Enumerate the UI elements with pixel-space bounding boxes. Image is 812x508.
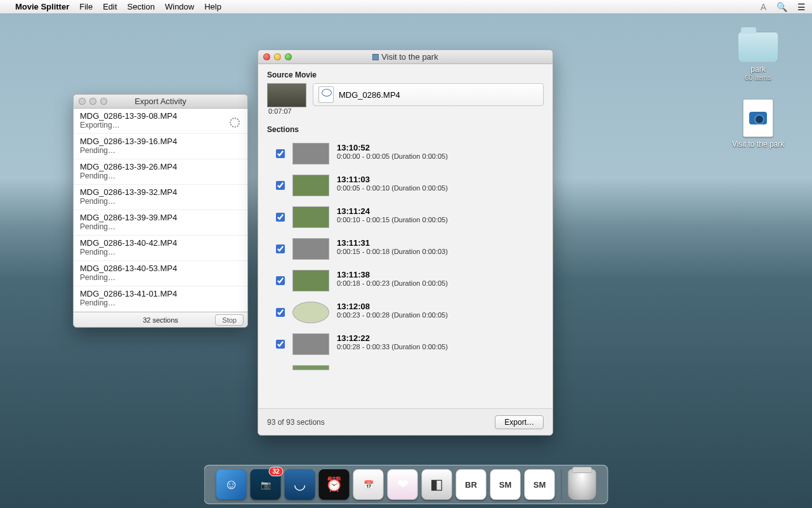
document-proxy-icon[interactable]: [372, 54, 379, 60]
dock-app-pmpro[interactable]: ◧: [422, 469, 452, 500]
export-row[interactable]: MDG_0286-13-40-42.MP4Pending…: [74, 236, 247, 261]
section-checkbox[interactable]: [276, 181, 285, 190]
document-icon: [743, 99, 773, 137]
section-row[interactable]: 13:12:080:00:23 - 0:00:28 (Duration 0:00…: [276, 297, 544, 328]
section-time: 13:11:31: [337, 238, 448, 248]
dock-app-movie-splitter[interactable]: 📷32: [251, 469, 281, 500]
desktop-folder-label: park: [723, 65, 793, 74]
export-list[interactable]: MDG_0286-13-39-08.MP4Exporting…MDG_0286-…: [74, 109, 247, 312]
export-filename: MDG_0286-13-39-32.MP4: [80, 187, 241, 197]
source-duration: 0:07:07: [267, 107, 306, 115]
section-row[interactable]: 13:11:240:00:10 - 0:00:15 (Duration 0:00…: [276, 201, 544, 233]
sections-list[interactable]: 13:10:520:00:00 - 0:00:05 (Duration 0:00…: [258, 138, 553, 408]
export-row[interactable]: MDG_0286-13-40-53.MP4Pending…: [74, 261, 247, 286]
close-light[interactable]: [79, 98, 86, 105]
menu-help[interactable]: Help: [204, 2, 221, 11]
section-row[interactable]: 13:11:030:00:05 - 0:00:10 (Duration 0:00…: [276, 170, 544, 201]
desktop-folder-park[interactable]: park 60 items: [723, 32, 793, 81]
export-status: Exporting…: [80, 121, 241, 130]
menu-section[interactable]: Section: [128, 2, 155, 11]
zoom-light[interactable]: [285, 53, 292, 60]
section-thumbnail[interactable]: [292, 143, 329, 164]
zoom-light[interactable]: [100, 98, 107, 105]
titlebar[interactable]: Export Activity: [74, 95, 247, 109]
section-range: 0:00:05 - 0:00:10 (Duration 0:00:05): [337, 184, 448, 192]
export-footer-count: 32 sections: [143, 316, 178, 324]
export-row[interactable]: MDG_0286-13-39-08.MP4Exporting…: [74, 109, 247, 134]
export-row[interactable]: MDG_0286-13-39-39.MP4Pending…: [74, 210, 247, 236]
section-checkbox[interactable]: [276, 149, 285, 158]
close-light[interactable]: [263, 53, 270, 60]
section-row[interactable]: 13:11:310:00:15 - 0:00:18 (Duration 0:00…: [276, 233, 544, 265]
dock-app-alarm[interactable]: ⏰: [319, 469, 350, 500]
section-time: 13:11:38: [337, 270, 448, 279]
section-row[interactable]: 13:10:520:00:00 - 0:00:05 (Duration 0:00…: [276, 138, 544, 170]
menu-edit[interactable]: Edit: [103, 2, 117, 11]
desktop-doc-visit[interactable]: Visit to the park: [723, 99, 793, 149]
app-name[interactable]: Movie Splitter: [15, 2, 69, 11]
section-checkbox[interactable]: [276, 213, 285, 222]
sections-label: Sections: [258, 119, 553, 138]
export-filename: MDG_0286-13-41-01.MP4: [80, 289, 241, 298]
dock-app-br[interactable]: BR: [456, 469, 487, 500]
section-checkbox[interactable]: [276, 340, 285, 349]
stop-button[interactable]: Stop: [215, 314, 244, 326]
section-time: 13:11:24: [337, 206, 448, 216]
export-row[interactable]: MDG_0286-13-39-26.MP4Pending…: [74, 159, 247, 185]
dock-app-calendar[interactable]: 📅: [353, 469, 384, 500]
mpeg-icon: [318, 86, 334, 103]
export-activity-window[interactable]: Export Activity MDG_0286-13-39-08.MP4Exp…: [73, 94, 248, 328]
section-row[interactable]: [276, 360, 544, 375]
dock-app-finder[interactable]: ☺: [216, 469, 247, 500]
section-thumbnail[interactable]: [292, 206, 329, 228]
list-menu-icon[interactable]: ☰: [797, 2, 806, 12]
section-thumbnail[interactable]: [292, 175, 329, 196]
section-checkbox[interactable]: [276, 276, 285, 285]
source-thumbnail[interactable]: [267, 83, 306, 107]
source-row: 0:07:07 MDG_0286.MP4: [258, 83, 553, 119]
export-row[interactable]: MDG_0286-13-39-16.MP4Pending…: [74, 134, 247, 159]
source-filename: MDG_0286.MP4: [339, 90, 400, 100]
main-window[interactable]: Visit to the park Source Movie 0:07:07 M…: [258, 50, 553, 436]
script-menu-icon[interactable]: A: [761, 2, 766, 12]
export-row[interactable]: MDG_0286-13-39-32.MP4Pending…: [74, 185, 247, 210]
section-range: 0:00:28 - 0:00:33 (Duration 0:00:05): [337, 343, 448, 351]
section-time: 13:11:03: [337, 175, 448, 184]
dock-app-hearts[interactable]: ❤: [388, 469, 418, 500]
section-time: 13:12:08: [337, 302, 448, 311]
section-time: 13:12:22: [337, 333, 448, 343]
menu-window[interactable]: Window: [165, 2, 194, 11]
section-thumbnail[interactable]: [292, 365, 329, 370]
export-filename: MDG_0286-13-40-53.MP4: [80, 264, 241, 273]
export-filename: MDG_0286-13-39-39.MP4: [80, 213, 241, 222]
section-row[interactable]: 13:11:380:00:18 - 0:00:23 (Duration 0:00…: [276, 265, 544, 297]
export-footer: 32 sections Stop: [74, 312, 247, 327]
export-row[interactable]: MDG_0286-13-41-01.MP4Pending…: [74, 286, 247, 312]
dock[interactable]: ☺📷32◡⏰📅❤◧BRSMSM: [204, 465, 608, 504]
export-filename: MDG_0286-13-39-16.MP4: [80, 137, 241, 146]
dock-app-sm2[interactable]: SM: [525, 469, 555, 500]
export-status: Pending…: [80, 197, 241, 206]
minimize-light[interactable]: [89, 98, 96, 105]
source-file-field[interactable]: MDG_0286.MP4: [313, 83, 544, 106]
menu-file[interactable]: File: [79, 2, 93, 11]
desktop-folder-sub: 60 items: [723, 74, 793, 81]
section-thumbnail[interactable]: [292, 270, 329, 291]
section-checkbox[interactable]: [276, 308, 285, 317]
titlebar[interactable]: Visit to the park: [258, 50, 553, 64]
dock-app-app-blue[interactable]: ◡: [285, 469, 315, 500]
spotlight-icon[interactable]: 🔍: [776, 2, 787, 12]
dock-app-sm1[interactable]: SM: [490, 469, 521, 500]
section-range: 0:00:18 - 0:00:23 (Duration 0:00:05): [337, 279, 448, 287]
menubar[interactable]: Movie Splitter File Edit Section Window …: [0, 0, 812, 14]
section-checkbox[interactable]: [276, 244, 285, 253]
export-button[interactable]: Export…: [495, 415, 544, 429]
dock-trash[interactable]: [568, 469, 596, 500]
spinner-icon: [230, 117, 240, 128]
section-thumbnail[interactable]: [292, 333, 329, 355]
minimize-light[interactable]: [274, 53, 281, 60]
section-thumbnail[interactable]: [292, 238, 329, 260]
section-row[interactable]: 13:12:220:00:28 - 0:00:33 (Duration 0:00…: [276, 328, 544, 360]
section-thumbnail[interactable]: [292, 302, 329, 323]
dock-separator: [561, 469, 562, 500]
